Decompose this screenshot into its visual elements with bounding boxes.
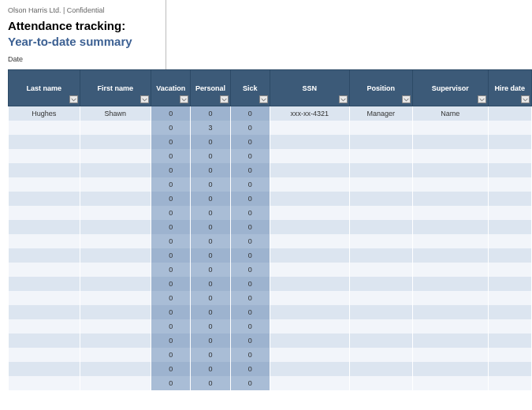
- cell-firstname[interactable]: [80, 149, 151, 163]
- cell-hiredate[interactable]: [488, 106, 531, 121]
- cell-hiredate[interactable]: [488, 234, 531, 248]
- cell-ssn[interactable]: [270, 234, 349, 248]
- cell-lastname[interactable]: [9, 291, 80, 305]
- cell-sick[interactable]: 0: [230, 362, 270, 376]
- cell-hiredate[interactable]: [488, 376, 531, 390]
- cell-lastname[interactable]: [9, 305, 80, 319]
- cell-firstname[interactable]: [80, 263, 151, 277]
- cell-supervisor[interactable]: [413, 192, 489, 206]
- cell-sick[interactable]: 0: [230, 177, 270, 192]
- cell-lastname[interactable]: [9, 206, 80, 220]
- cell-supervisor[interactable]: [413, 234, 489, 248]
- cell-hiredate[interactable]: [488, 220, 531, 234]
- cell-firstname[interactable]: [80, 305, 151, 319]
- col-header-vacation[interactable]: Vacation: [151, 70, 191, 106]
- col-header-personal[interactable]: Personal: [191, 70, 230, 106]
- cell-supervisor[interactable]: [413, 291, 489, 305]
- cell-ssn[interactable]: [270, 291, 349, 305]
- cell-hiredate[interactable]: [488, 362, 531, 376]
- cell-position[interactable]: [349, 149, 412, 163]
- cell-hiredate[interactable]: [488, 305, 531, 319]
- cell-firstname[interactable]: [80, 135, 151, 149]
- cell-position[interactable]: [349, 362, 412, 376]
- cell-ssn[interactable]: [270, 192, 349, 206]
- cell-ssn[interactable]: [270, 263, 349, 277]
- cell-ssn[interactable]: [270, 135, 349, 149]
- cell-position[interactable]: [349, 376, 412, 390]
- cell-lastname[interactable]: [9, 248, 80, 263]
- cell-firstname[interactable]: [80, 220, 151, 234]
- cell-personal[interactable]: 0: [191, 263, 230, 277]
- cell-hiredate[interactable]: [488, 319, 531, 334]
- cell-vacation[interactable]: 0: [151, 319, 191, 334]
- cell-supervisor[interactable]: [413, 163, 489, 177]
- cell-supervisor[interactable]: [413, 277, 489, 291]
- cell-sick[interactable]: 0: [230, 206, 270, 220]
- cell-lastname[interactable]: [9, 149, 80, 163]
- cell-position[interactable]: [349, 319, 412, 334]
- cell-hiredate[interactable]: [488, 121, 531, 135]
- col-header-position[interactable]: Position: [349, 70, 412, 106]
- cell-supervisor[interactable]: Name: [413, 106, 489, 121]
- cell-vacation[interactable]: 0: [151, 291, 191, 305]
- cell-supervisor[interactable]: [413, 206, 489, 220]
- cell-sick[interactable]: 0: [230, 291, 270, 305]
- cell-firstname[interactable]: [80, 206, 151, 220]
- cell-firstname[interactable]: [80, 121, 151, 135]
- cell-vacation[interactable]: 0: [151, 362, 191, 376]
- cell-lastname[interactable]: [9, 192, 80, 206]
- cell-supervisor[interactable]: [413, 305, 489, 319]
- cell-supervisor[interactable]: [413, 319, 489, 334]
- cell-sick[interactable]: 0: [230, 263, 270, 277]
- cell-vacation[interactable]: 0: [151, 305, 191, 319]
- cell-hiredate[interactable]: [488, 348, 531, 362]
- cell-ssn[interactable]: [270, 362, 349, 376]
- cell-sick[interactable]: 0: [230, 277, 270, 291]
- cell-personal[interactable]: 0: [191, 192, 230, 206]
- cell-vacation[interactable]: 0: [151, 234, 191, 248]
- cell-vacation[interactable]: 0: [151, 220, 191, 234]
- cell-vacation[interactable]: 0: [151, 376, 191, 390]
- cell-sick[interactable]: 0: [230, 376, 270, 390]
- cell-position[interactable]: Manager: [349, 106, 412, 121]
- cell-firstname[interactable]: [80, 177, 151, 192]
- cell-position[interactable]: [349, 277, 412, 291]
- cell-lastname[interactable]: [9, 319, 80, 334]
- cell-vacation[interactable]: 0: [151, 163, 191, 177]
- col-header-firstname[interactable]: First name: [80, 70, 151, 106]
- cell-position[interactable]: [349, 121, 412, 135]
- cell-firstname[interactable]: [80, 234, 151, 248]
- cell-personal[interactable]: 0: [191, 334, 230, 348]
- cell-vacation[interactable]: 0: [151, 348, 191, 362]
- cell-personal[interactable]: 0: [191, 106, 230, 121]
- cell-supervisor[interactable]: [413, 263, 489, 277]
- cell-vacation[interactable]: 0: [151, 277, 191, 291]
- cell-sick[interactable]: 0: [230, 248, 270, 263]
- cell-vacation[interactable]: 0: [151, 135, 191, 149]
- cell-lastname[interactable]: [9, 334, 80, 348]
- col-header-sick[interactable]: Sick: [230, 70, 270, 106]
- cell-hiredate[interactable]: [488, 334, 531, 348]
- cell-personal[interactable]: 0: [191, 348, 230, 362]
- filter-icon[interactable]: [140, 95, 149, 103]
- cell-supervisor[interactable]: [413, 135, 489, 149]
- cell-personal[interactable]: 0: [191, 234, 230, 248]
- cell-hiredate[interactable]: [488, 192, 531, 206]
- cell-ssn[interactable]: [270, 319, 349, 334]
- cell-hiredate[interactable]: [488, 263, 531, 277]
- cell-ssn[interactable]: [270, 149, 349, 163]
- cell-lastname[interactable]: Hughes: [9, 106, 80, 121]
- cell-firstname[interactable]: [80, 291, 151, 305]
- col-header-supervisor[interactable]: Supervisor: [413, 70, 489, 106]
- cell-lastname[interactable]: [9, 277, 80, 291]
- cell-ssn[interactable]: [270, 177, 349, 192]
- cell-supervisor[interactable]: [413, 348, 489, 362]
- cell-position[interactable]: [349, 220, 412, 234]
- cell-vacation[interactable]: 0: [151, 206, 191, 220]
- cell-position[interactable]: [349, 291, 412, 305]
- cell-hiredate[interactable]: [488, 135, 531, 149]
- cell-supervisor[interactable]: [413, 334, 489, 348]
- cell-position[interactable]: [349, 248, 412, 263]
- cell-ssn[interactable]: [270, 220, 349, 234]
- cell-vacation[interactable]: 0: [151, 177, 191, 192]
